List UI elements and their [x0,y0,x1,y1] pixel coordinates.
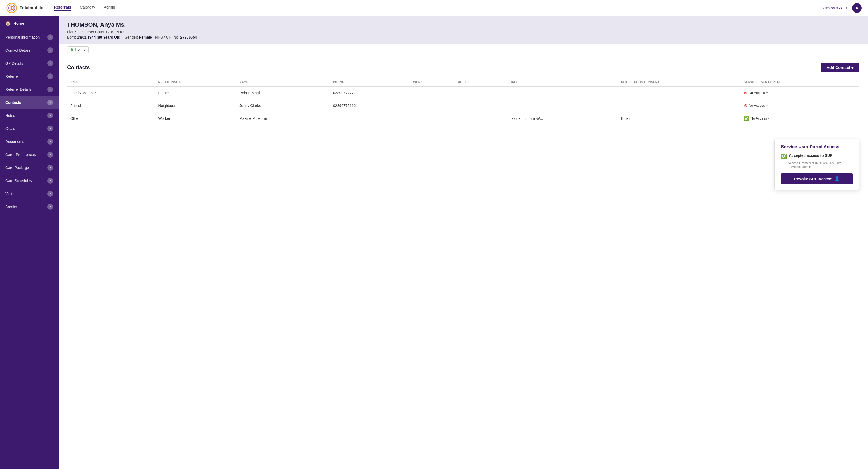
row3-sup: ✅ No Access ▾ [741,112,860,125]
content-area: THOMSON, Anya Ms. Flat 6, 92 Jurors Cour… [59,16,868,469]
patient-meta: Born: 13/01/1944 (80 Years Old) Gender: … [67,35,860,39]
table-row: Family Member Father Robert Magill 02890… [67,87,860,99]
page-content: Contacts Add Contact + TYPE RELATIONSHIP… [59,56,868,469]
col-mobile: MOBILE [454,78,505,87]
row3-sup-badge[interactable]: ✅ No Access ▾ [744,116,770,121]
row1-email [505,87,618,99]
row1-type: Family Member [67,87,155,99]
row3-notification: Email [618,112,741,125]
row3-type: Other [67,112,155,125]
logo-icon [6,3,17,13]
row3-work [410,112,454,125]
col-email: EMAIL [505,78,618,87]
col-relationship: RELATIONSHIP [155,78,236,87]
row3-email: maxine.mcmullin@... [505,112,618,125]
version-label: Version 9.27.0.0 [822,6,848,10]
sidebar-item-gp-details[interactable]: GP Details ✓ [0,57,59,70]
main-nav: Referrals Capacity Admin [54,5,115,11]
check-circle-referrer-details: ✓ [48,87,53,92]
sidebar-item-referrer-details[interactable]: Referrer Details ✓ [0,83,59,96]
sup-granted-text: Access Granted at 02/11/24 16:23 by serv… [788,161,853,169]
sidebar-item-breaks[interactable]: Breaks ✓ [0,200,59,214]
check-circle-visits: ✓ [48,191,53,197]
svg-point-3 [11,7,12,8]
sup-popup-title: Service User Portal Access [781,144,853,150]
check-circle-icon: ✅ [744,116,749,121]
status-label: Live [75,48,82,52]
row2-relationship: Neighbour [155,99,236,112]
col-type: TYPE [67,78,155,87]
nav-referrals[interactable]: Referrals [54,5,71,11]
avatar[interactable]: A [852,3,862,13]
add-contact-button[interactable]: Add Contact + [820,63,860,72]
sidebar-home-label: Home [13,21,25,26]
row2-type: Friend [67,99,155,112]
sidebar-item-visits[interactable]: Visits ✓ [0,187,59,200]
col-name: NAME [236,78,330,87]
top-navigation: Totalmobile Referrals Capacity Admin Ver… [0,0,868,16]
patient-address: Flat 6, 92 Jurors Court, BT81 7HU [67,30,860,34]
nav-admin[interactable]: Admin [104,5,115,11]
row3-mobile [454,112,505,125]
revoke-sup-button[interactable]: Revoke SUP Access 👤 [781,173,853,184]
col-service-user-portal: SERVICE USER PORTAL [741,78,860,87]
row1-notification [618,87,741,99]
main-layout: 🏠 Home Personal Information ✓ Contact De… [0,16,868,469]
check-circle-contact-details: ✓ [48,48,53,53]
patient-name: THOMSON, Anya Ms. [67,21,860,28]
check-circle-personal-information: ✓ [48,34,53,40]
col-notification-consent: NOTIFICATION CONSENT [618,78,741,87]
row1-sup-badge[interactable]: ⊗ No Access ▾ [744,90,768,95]
no-access-icon: ⊗ [744,90,747,95]
check-icon: ✅ [781,153,787,159]
sidebar-item-carer-preferences[interactable]: Carer Preferences ✓ [0,148,59,161]
sidebar-item-contact-details[interactable]: Contact Details ✓ [0,44,59,57]
sidebar-item-documents[interactable]: Documents ✓ [0,135,59,148]
check-circle-gp-details: ✓ [48,60,53,66]
check-circle-referrer: ✓ [48,73,53,79]
status-dot [70,49,73,51]
check-circle-goals: ✓ [48,126,53,131]
chevron-down-icon: ▾ [766,104,768,107]
contacts-title: Contacts [67,64,90,70]
row2-mobile [454,99,505,112]
status-bar: Live ▾ [59,44,868,56]
gender-value: Female [139,35,152,39]
contacts-section-header: Contacts Add Contact + [67,63,860,72]
born-label: Born: [67,35,76,39]
contacts-table: TYPE RELATIONSHIP NAME PHONE WORK MOBILE… [67,78,860,125]
row3-name: Maxine McMullin [236,112,330,125]
check-circle-documents: ✓ [48,139,53,145]
check-circle-notes: ✓ [48,113,53,119]
sidebar-item-goals[interactable]: Goals ✓ [0,122,59,135]
sup-accepted-row: ✅ Accepted access to SUP [781,153,853,159]
row2-sup-badge[interactable]: ⊗ No Access ▾ [744,103,768,108]
check-circle-contacts: ✓ [48,99,53,105]
nav-capacity[interactable]: Capacity [80,5,95,11]
no-access-icon: ⊗ [744,103,747,108]
row3-phone [330,112,410,125]
sidebar-item-contacts[interactable]: Contacts ✓ [0,96,59,109]
born-date: 13/01/1944 (80 Years Old) [77,35,121,39]
row1-relationship: Father [155,87,236,99]
nhs-number: 27766554 [180,35,197,39]
row1-name: Robert Magill [236,87,330,99]
sidebar-item-home[interactable]: 🏠 Home [0,16,59,31]
chevron-down-icon: ▾ [84,49,85,51]
sidebar-item-referrer[interactable]: Referrer ✓ [0,70,59,83]
col-phone: PHONE [330,78,410,87]
gender-label: Gender: [125,35,138,39]
logo[interactable]: Totalmobile [6,3,43,13]
sidebar-item-care-package[interactable]: Care Package ✓ [0,161,59,174]
row2-email [505,99,618,112]
sidebar: 🏠 Home Personal Information ✓ Contact De… [0,16,59,469]
sidebar-item-personal-information[interactable]: Personal Information ✓ [0,31,59,44]
status-badge[interactable]: Live ▾ [67,46,89,53]
sidebar-item-notes[interactable]: Notes ✓ [0,109,59,122]
sidebar-item-care-schedules[interactable]: Care Schedules ✓ [0,174,59,187]
sup-accepted-label: Accepted access to SUP [789,153,832,158]
row1-phone: 02890777777 [330,87,410,99]
row2-phone: 02890775112 [330,99,410,112]
patient-header: THOMSON, Anya Ms. Flat 6, 92 Jurors Cour… [59,16,868,44]
revoke-label: Revoke SUP Access [794,177,832,181]
